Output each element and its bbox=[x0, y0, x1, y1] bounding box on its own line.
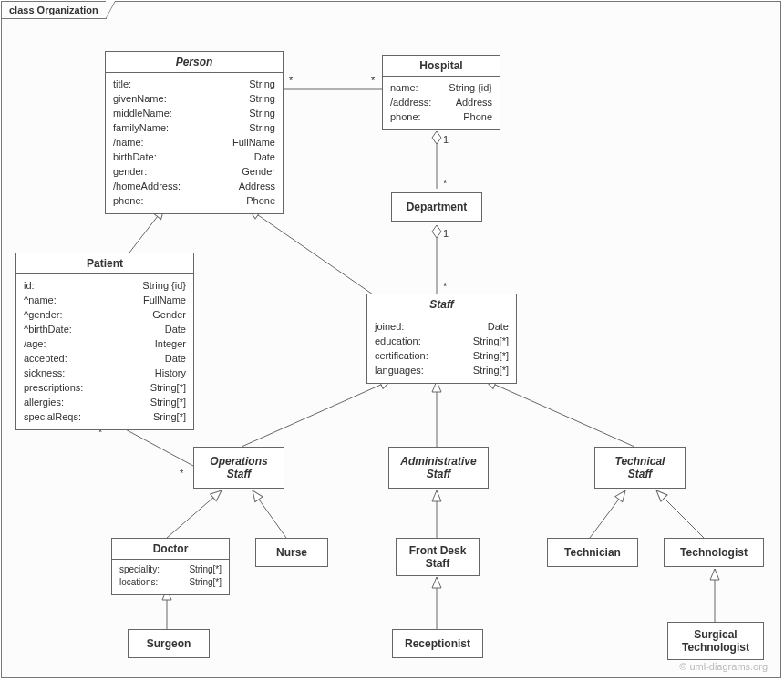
class-department-title: Department bbox=[392, 193, 481, 221]
mult-patient-ops-bottom: * bbox=[180, 468, 183, 479]
mult-dept-staff-top: 1 bbox=[443, 228, 449, 239]
class-technologist-title: Technologist bbox=[665, 539, 763, 566]
mult-dept-staff-bottom: * bbox=[443, 281, 447, 292]
class-patient: Patient id:String {id} ^name:FullName ^g… bbox=[15, 253, 194, 430]
class-operations-staff-title: Operations Staff bbox=[194, 448, 284, 488]
svg-line-10 bbox=[253, 490, 286, 538]
class-technician: Technician bbox=[547, 538, 638, 567]
svg-line-9 bbox=[167, 490, 222, 538]
svg-line-13 bbox=[656, 490, 704, 538]
mult-hospital-dept-bottom: * bbox=[443, 178, 447, 189]
class-hospital: Hospital name:String {id} /address:Addre… bbox=[382, 55, 500, 130]
class-technical-staff: Technical Staff bbox=[594, 447, 686, 489]
class-person-attrs: title:String givenName:String middleName… bbox=[106, 73, 283, 213]
class-person: Person title:String givenName:String mid… bbox=[105, 51, 284, 214]
svg-line-4 bbox=[249, 209, 385, 303]
svg-line-8 bbox=[485, 380, 634, 447]
svg-line-6 bbox=[242, 380, 391, 447]
class-surgeon: Surgeon bbox=[128, 629, 210, 658]
svg-line-12 bbox=[590, 490, 625, 538]
class-technologist: Technologist bbox=[664, 538, 764, 567]
class-surgical-technologist: Surgical Technologist bbox=[667, 622, 764, 660]
class-operations-staff: Operations Staff bbox=[193, 447, 284, 489]
class-nurse: Nurse bbox=[255, 538, 328, 567]
class-staff-attrs: joined:Date education:String[*] certific… bbox=[367, 315, 516, 383]
mult-person-hospital-right: * bbox=[371, 75, 375, 86]
mult-hospital-dept-top: 1 bbox=[443, 134, 449, 145]
class-doctor-attrs: speciality:String[*] locations:String[*] bbox=[112, 560, 229, 594]
class-front-desk-staff-title: Front Desk Staff bbox=[397, 539, 479, 575]
class-doctor-title: Doctor bbox=[112, 539, 229, 560]
class-receptionist-title: Receptionist bbox=[393, 630, 482, 657]
class-staff: Staff joined:Date education:String[*] ce… bbox=[366, 294, 517, 384]
class-hospital-title: Hospital bbox=[383, 56, 500, 77]
class-administrative-staff: Administrative Staff bbox=[388, 447, 489, 489]
uml-frame: class Organization bbox=[1, 1, 781, 678]
class-patient-attrs: id:String {id} ^name:FullName ^gender:Ge… bbox=[16, 274, 193, 429]
svg-line-3 bbox=[129, 208, 164, 253]
class-patient-title: Patient bbox=[16, 253, 193, 274]
frame-label: class Organization bbox=[1, 1, 107, 19]
class-surgical-technologist-title: Surgical Technologist bbox=[668, 623, 763, 659]
class-administrative-staff-title: Administrative Staff bbox=[389, 448, 488, 488]
class-technician-title: Technician bbox=[548, 539, 637, 566]
class-nurse-title: Nurse bbox=[256, 539, 327, 566]
class-receptionist: Receptionist bbox=[392, 629, 483, 658]
class-surgeon-title: Surgeon bbox=[129, 630, 209, 657]
class-person-title: Person bbox=[106, 52, 283, 73]
class-doctor: Doctor speciality:String[*] locations:St… bbox=[111, 538, 230, 595]
class-staff-title: Staff bbox=[367, 294, 516, 315]
mult-person-hospital-left: * bbox=[289, 75, 293, 86]
class-department: Department bbox=[391, 192, 482, 222]
class-hospital-attrs: name:String {id} /address:Address phone:… bbox=[383, 77, 500, 129]
class-technical-staff-title: Technical Staff bbox=[595, 448, 685, 488]
class-front-desk-staff: Front Desk Staff bbox=[396, 538, 480, 576]
watermark: © uml-diagrams.org bbox=[679, 661, 768, 672]
